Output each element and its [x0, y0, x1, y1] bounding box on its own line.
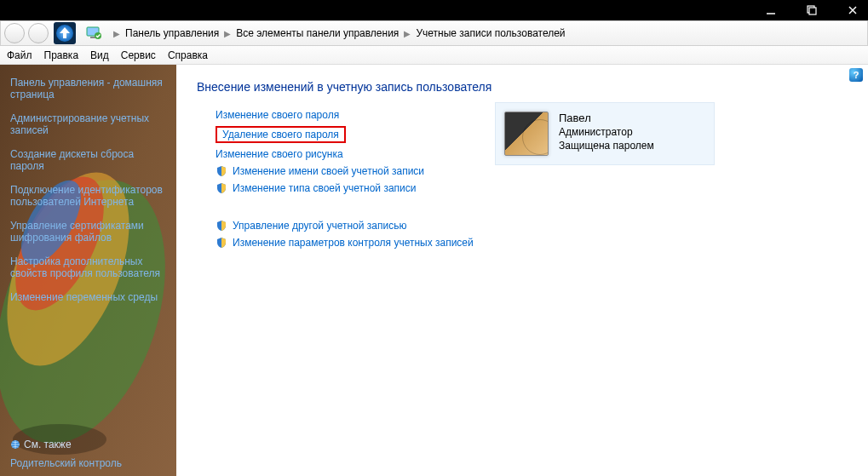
menubar: Файл Правка Вид Сервис Справка — [0, 46, 868, 65]
shield-icon — [216, 182, 227, 194]
svg-rect-2 — [809, 8, 816, 14]
sidebar-link-admin-accounts[interactable]: Администрирование учетных записей — [10, 112, 166, 136]
shield-icon — [216, 165, 227, 177]
chevron-right-icon: ▶ — [113, 29, 120, 38]
action-change-name[interactable]: Изменение имени своей учетной записи — [216, 165, 848, 177]
action-delete-password[interactable]: Удаление своего пароля — [222, 129, 339, 141]
sidebar-link-home[interactable]: Панель управления - домашняя страница — [10, 77, 166, 100]
sidebar-link-certificates[interactable]: Управление сертификатами шифрования файл… — [10, 220, 166, 244]
sidebar-link-env-vars[interactable]: Изменение переменных среды — [10, 291, 166, 303]
action-label: Управление другой учетной записью — [233, 220, 406, 232]
navigation-bar: ▶ Панель управления ▶ Все элементы панел… — [0, 20, 868, 46]
user-role: Администратор — [559, 125, 654, 139]
breadcrumb-item[interactable]: Панель управления — [125, 27, 219, 39]
action-label: Изменение имени своей учетной записи — [233, 165, 424, 177]
shield-icon — [216, 237, 227, 249]
chevron-right-icon: ▶ — [404, 29, 411, 38]
user-status: Защищена паролем — [559, 139, 654, 152]
breadcrumb-item[interactable]: Учетные записи пользователей — [416, 27, 565, 39]
annotation-highlight: Удаление своего пароля — [216, 126, 346, 143]
breadcrumb-item[interactable]: Все элементы панели управления — [236, 27, 399, 39]
action-label: Изменение типа своей учетной записи — [233, 182, 416, 194]
sidebar-link-profile-advanced[interactable]: Настройка дополнительных свойств профиля… — [10, 255, 166, 279]
user-card: Павел Администратор Защищена паролем — [495, 102, 715, 165]
globe-icon — [10, 439, 20, 450]
back-button[interactable] — [4, 23, 25, 43]
user-name: Павел — [559, 112, 654, 125]
menu-edit[interactable]: Правка — [44, 49, 79, 61]
shield-icon — [216, 220, 227, 232]
action-manage-other[interactable]: Управление другой учетной записью — [216, 220, 848, 232]
minimize-button[interactable] — [759, 2, 783, 19]
window-titlebar — [0, 0, 868, 20]
chevron-right-icon: ▶ — [224, 29, 231, 38]
content-area: Панель управления - домашняя страница Ад… — [0, 65, 868, 476]
action-label: Изменение параметров контроля учетных за… — [233, 237, 474, 249]
maximize-button[interactable] — [800, 2, 824, 19]
menu-help[interactable]: Справка — [168, 49, 208, 61]
close-button[interactable] — [841, 2, 865, 19]
sidebar-link-parental[interactable]: Родительский контроль — [10, 457, 166, 469]
svg-rect-8 — [90, 37, 95, 38]
help-icon[interactable]: ? — [849, 68, 863, 82]
sidebar-link-reset-disk[interactable]: Создание дискеты сброса пароля — [10, 148, 166, 172]
sidebar-link-online-ids[interactable]: Подключение идентификаторов пользователе… — [10, 184, 166, 208]
avatar — [504, 112, 549, 156]
control-panel-icon[interactable] — [81, 21, 106, 45]
sidebar: Панель управления - домашняя страница Ад… — [0, 65, 176, 476]
action-uac-settings[interactable]: Изменение параметров контроля учетных за… — [216, 237, 848, 249]
menu-file[interactable]: Файл — [7, 49, 32, 61]
breadcrumb: ▶ Панель управления ▶ Все элементы панел… — [110, 27, 864, 39]
main-panel: ? Внесение изменений в учетную запись по… — [176, 65, 868, 476]
menu-tools[interactable]: Сервис — [121, 49, 156, 61]
forward-button[interactable] — [28, 23, 49, 43]
user-info: Павел Администратор Защищена паролем — [559, 112, 654, 156]
seealso-label: См. также — [10, 439, 166, 450]
page-title: Внесение изменений в учетную запись поль… — [197, 80, 848, 94]
up-button[interactable] — [52, 21, 78, 45]
action-change-type[interactable]: Изменение типа своей учетной записи — [216, 182, 848, 194]
menu-view[interactable]: Вид — [90, 49, 109, 61]
